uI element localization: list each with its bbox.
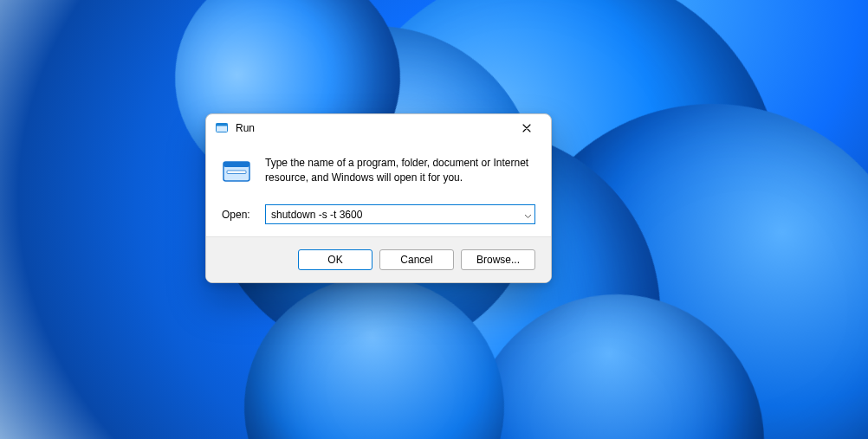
close-button[interactable]: [508, 116, 546, 140]
cancel-button[interactable]: Cancel: [379, 249, 454, 270]
dialog-body: Type the name of a program, folder, docu…: [206, 142, 551, 236]
browse-button[interactable]: Browse...: [461, 249, 535, 270]
svg-rect-1: [217, 124, 228, 126]
button-bar: OK Cancel Browse...: [206, 236, 551, 282]
svg-rect-3: [223, 162, 249, 167]
run-dialog: Run Type the name of a program, folder, …: [205, 113, 552, 283]
run-title-icon: [215, 121, 229, 135]
command-input[interactable]: [265, 204, 535, 224]
ok-button[interactable]: OK: [298, 249, 372, 270]
dialog-description: Type the name of a program, folder, docu…: [265, 156, 535, 185]
titlebar[interactable]: Run: [206, 114, 551, 142]
svg-rect-4: [227, 171, 246, 174]
open-label: Open:: [222, 209, 253, 221]
dialog-title: Run: [236, 122, 508, 134]
run-app-icon: [222, 158, 251, 187]
command-combobox[interactable]: [265, 204, 535, 224]
